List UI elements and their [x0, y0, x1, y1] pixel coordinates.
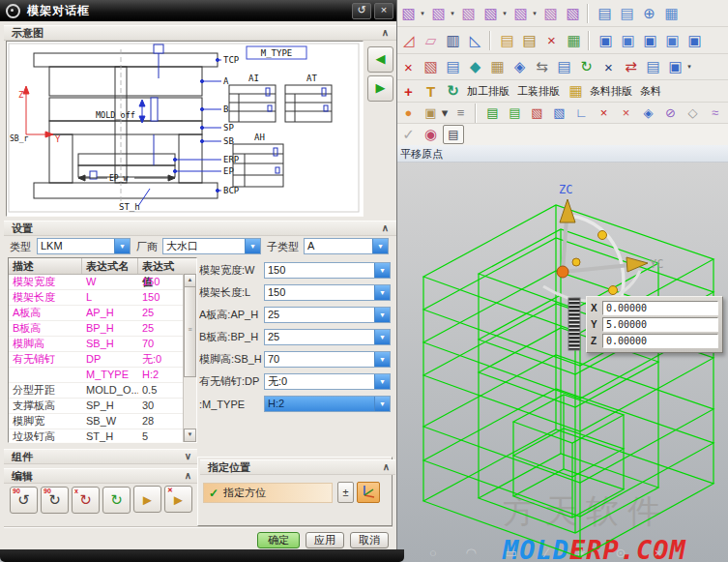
toolbar-icon[interactable]: ▾ — [531, 3, 539, 23]
toolbar-icon[interactable]: ▧ — [421, 57, 441, 77]
dialog-titlebar[interactable]: 模架对话框 ↺ × — [0, 0, 396, 21]
toolbar-icon[interactable]: × — [594, 103, 614, 123]
y-axis-arrow[interactable] — [626, 257, 648, 272]
toolbar-icon[interactable]: ▦ — [487, 57, 508, 77]
table-row[interactable]: M_TYPEH:2 — [9, 368, 196, 383]
notebook-icon[interactable]: ▦ — [566, 81, 586, 102]
rotate-cw-90-button[interactable]: 90↻ — [41, 487, 69, 514]
toolbar-icon[interactable]: ◆ — [465, 57, 485, 77]
cancel-button[interactable]: 取消 — [350, 532, 389, 548]
toolbar-icon[interactable]: ▣ — [684, 30, 705, 50]
param-combo[interactable]: 25▼ — [264, 329, 391, 345]
toolbar-icon[interactable]: ▤ — [443, 57, 463, 77]
specify-orientation-row[interactable]: ✓ 指定方位 — [203, 483, 333, 503]
z-coordinate-input[interactable]: 0.00000 — [602, 334, 718, 348]
section-header-edit[interactable]: 编辑 ∧ — [4, 468, 197, 484]
toolbar-icon[interactable]: ▤ — [505, 103, 525, 123]
param-combo[interactable]: 70▼ — [264, 351, 391, 368]
chevron-down-icon[interactable]: ▼ — [245, 239, 260, 253]
param-combo[interactable]: 25▼ — [264, 307, 391, 323]
toolbar-icon[interactable]: ◇ — [683, 103, 703, 123]
toolbar-icon[interactable]: ▣ — [640, 30, 660, 50]
param-combo[interactable]: 无:0▼ — [264, 373, 391, 390]
reposition-tool-button[interactable]: ► — [133, 486, 161, 513]
toolbar-icon[interactable]: ▧ — [428, 3, 449, 23]
toolbar-icon[interactable]: ▣ — [421, 103, 441, 123]
rotation-handle[interactable] — [609, 286, 618, 295]
dialog-close-button[interactable]: × — [374, 3, 393, 19]
toolbar-icon[interactable]: ◺ — [465, 30, 485, 50]
scrollbar-thumb[interactable]: ≡ — [184, 286, 196, 377]
toolbar-icon[interactable]: ◈ — [510, 57, 530, 77]
chevron-down-icon[interactable]: ▼ — [374, 397, 390, 411]
type-combo[interactable]: LKM▼ — [37, 238, 131, 254]
vendor-combo[interactable]: 大水口▼ — [162, 238, 261, 254]
toolbar-icon[interactable]: ▾ — [441, 103, 449, 123]
chevron-down-icon[interactable]: ▼ — [372, 239, 388, 253]
scroll-up-icon[interactable]: ▲ — [184, 274, 196, 287]
toolbar-icon[interactable]: ▾ — [685, 57, 693, 77]
section-header-position[interactable]: 指定位置 ∧ — [200, 459, 395, 475]
rotation-handle[interactable] — [598, 231, 607, 240]
toolbar-icon[interactable]: ▤ — [497, 30, 517, 50]
toolbar-icon[interactable]: ▤ — [519, 30, 539, 50]
toolbar-icon[interactable]: ▾ — [419, 3, 426, 23]
toolbar-icon[interactable]: ▧ — [480, 3, 501, 23]
toolbar-icon[interactable]: × — [398, 57, 419, 77]
toolbar-icon[interactable]: ◿ — [398, 30, 419, 50]
toolbar-icon[interactable]: ≡ — [451, 103, 471, 123]
table-row[interactable]: 模脚宽SB_W28 — [9, 414, 196, 429]
chevron-down-icon[interactable]: ▼ — [374, 308, 390, 322]
collapse-icon[interactable]: ∧ — [382, 26, 389, 40]
rotate-ccw-90-button[interactable]: 90↺ — [10, 487, 38, 514]
toolbar-icon[interactable]: ▧ — [549, 103, 569, 123]
toolbar-icon[interactable]: ⇄ — [621, 57, 641, 77]
graphics-viewport[interactable]: 方天软件 MOLDERP.COM ○ ◠ ▭ ∕ ∗ ⊙ × — [396, 163, 728, 562]
ok-button[interactable]: 确定 — [257, 532, 300, 548]
origin-handle[interactable] — [557, 266, 568, 278]
next-type-button[interactable]: ▶ — [367, 75, 393, 102]
collapse-icon[interactable]: ∧ — [185, 469, 191, 483]
toolbar-icon[interactable]: ↻ — [443, 81, 463, 102]
collapse-icon[interactable]: ∧ — [383, 460, 390, 474]
mold-base-wireframe[interactable] — [423, 205, 713, 557]
toolbar-icon[interactable]: ● — [398, 103, 419, 123]
rotate-y-axis-button[interactable]: ↻ — [102, 487, 131, 514]
toolbar-icon[interactable]: ▧ — [527, 103, 547, 123]
toolbar-icon[interactable]: ▦ — [661, 3, 682, 23]
toolbar-icon[interactable]: ◉ — [421, 125, 441, 145]
table-row[interactable]: 有无销钉DP无:0 — [9, 352, 196, 368]
table-row[interactable]: 垃圾钉高ST_H5 — [9, 429, 196, 443]
table-row[interactable]: 支撑板高SP_H30 — [9, 399, 196, 414]
table-row[interactable]: 模脚高SB_H70 — [9, 337, 196, 352]
table-row[interactable]: B板高BP_H25 — [9, 321, 196, 337]
section-header-schematic[interactable]: 示意图 ∧ — [4, 25, 396, 41]
table-row[interactable]: A板高AP_H25 — [9, 306, 196, 321]
y-coordinate-input[interactable]: 5.00000 — [602, 317, 718, 332]
chevron-down-icon[interactable]: ▼ — [374, 330, 390, 344]
toolbar-icon[interactable]: ▾ — [501, 3, 509, 23]
toolbar-button-tooling-layout[interactable]: 工装排版 — [513, 84, 564, 99]
section-header-parts[interactable]: 组件 ∨ — [4, 449, 197, 464]
toolbar-icon[interactable]: ▦ — [564, 30, 584, 50]
toolbar-icon[interactable]: ▣ — [618, 30, 638, 50]
toolbar-icon[interactable]: ▧ — [510, 3, 531, 23]
toolbar-icon[interactable]: ◈ — [638, 103, 658, 123]
toolbar-icon[interactable]: ▣ — [665, 57, 685, 77]
toolbar-icon[interactable]: ∟ — [571, 103, 592, 123]
toolbar-icon[interactable]: × — [541, 30, 562, 50]
toolbar-icon[interactable]: ▤ — [482, 103, 503, 123]
toolbar-button-machining-layout[interactable]: 加工排版 — [463, 84, 513, 99]
toolbar-icon[interactable] — [489, 31, 491, 50]
toolbar-button-strip-layout-2[interactable]: 条料 — [636, 84, 665, 99]
table-row[interactable]: 模架宽度W150 — [9, 275, 196, 290]
csys-dialog-button[interactable] — [357, 482, 380, 503]
toolbar-icon[interactable]: ▣ — [662, 30, 683, 50]
x-coordinate-input[interactable]: 0.00000 — [602, 301, 718, 315]
param-combo[interactable]: 150▼ — [264, 262, 391, 279]
toolbar-icon[interactable]: ↻ — [576, 57, 597, 77]
table-row[interactable]: 模架长度L150 — [9, 290, 196, 306]
toolbar-icon[interactable]: T — [421, 81, 441, 102]
chevron-down-icon[interactable]: ▼ — [374, 352, 390, 367]
scroll-down-icon[interactable]: ▼ — [184, 429, 196, 442]
